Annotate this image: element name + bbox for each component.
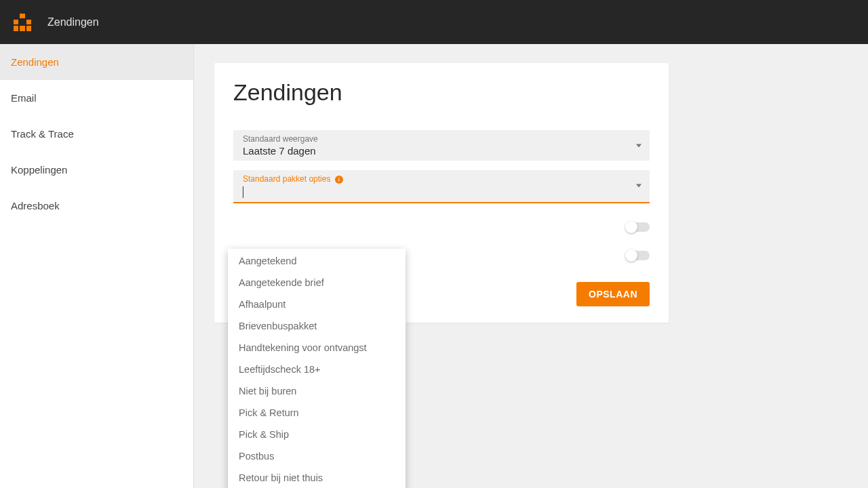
page-title: Zendingen [233,79,650,106]
dropdown-option[interactable]: Niet bij buren [228,380,406,402]
toggle-row-1 [214,213,669,241]
topbar-title: Zendingen [47,16,99,28]
field-value [243,184,640,198]
field-value: Laatste 7 dagen [243,144,640,157]
sidebar-item-adresboek[interactable]: Adresboek [0,188,193,224]
text-cursor [243,186,243,198]
field-label: Standaard pakket opties i [243,174,640,184]
standard-view-select[interactable]: Standaard weergave Laatste 7 dagen [233,130,650,161]
toggle-switch[interactable] [627,251,650,260]
dropdown-option[interactable]: Pick & Ship [228,424,406,445]
sidebar-item-track-trace[interactable]: Track & Trace [0,116,193,152]
save-button[interactable]: OPSLAAN [576,282,650,306]
dropdown-option[interactable]: Postbus [228,445,406,467]
dropdown-option[interactable]: Handtekening voor ontvangst [228,337,406,359]
sidebar-item-label: Track & Trace [11,128,74,140]
chevron-down-icon [636,184,642,188]
brand-logo-icon [14,14,31,31]
sidebar-item-label: Zendingen [11,56,59,68]
sidebar-item-koppelingen[interactable]: Koppelingen [0,152,193,188]
info-icon[interactable]: i [335,176,343,184]
field-label: Standaard weergave [243,134,640,144]
sidebar-item-zendingen[interactable]: Zendingen [0,44,193,80]
toggle-switch[interactable] [627,222,650,232]
dropdown-option[interactable]: Pick & Return [228,402,406,424]
topbar: Zendingen [0,0,868,44]
dropdown-option[interactable]: Aangetekend [228,249,406,272]
dropdown-option[interactable]: Retour bij niet thuis [228,467,406,488]
dropdown-option[interactable]: Brievenbuspakket [228,315,406,337]
sidebar-item-label: Adresboek [11,200,60,211]
sidebar: Zendingen Email Track & Trace Koppelinge… [0,44,194,488]
dropdown-option[interactable]: Aangetekende brief [228,272,406,293]
dropdown-option[interactable]: Leeftijdscheck 18+ [228,359,406,380]
package-options-select[interactable]: Standaard pakket opties i [233,170,650,203]
sidebar-item-label: Email [11,92,37,104]
sidebar-item-label: Koppelingen [11,164,67,176]
chevron-down-icon [636,144,642,147]
package-options-dropdown[interactable]: Aangetekend Aangetekende brief Afhaalpun… [228,249,406,488]
sidebar-item-email[interactable]: Email [0,80,193,116]
dropdown-option[interactable]: Afhaalpunt [228,293,406,315]
main-area: Zendingen Standaard weergave Laatste 7 d… [194,44,868,488]
